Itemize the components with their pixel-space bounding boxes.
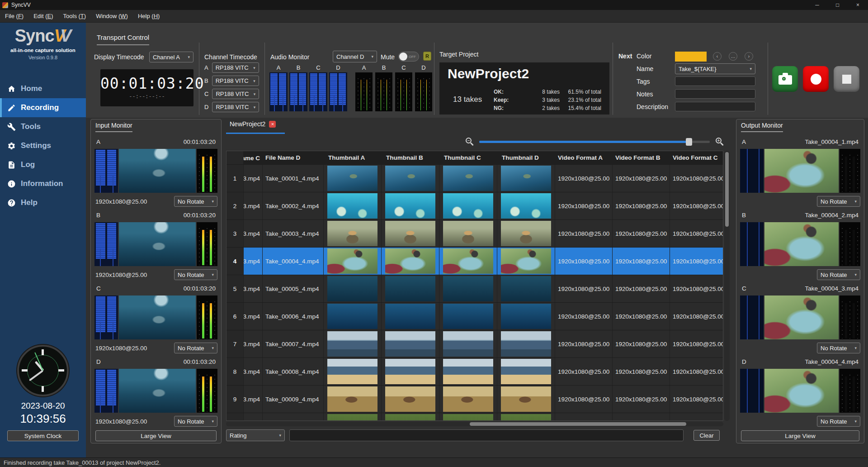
cell-thumbnail-b xyxy=(382,330,439,357)
record-button[interactable] xyxy=(803,66,829,92)
cell-file-name-c: Take_00007_3.mp4 xyxy=(244,330,263,357)
timecode-source-select-a[interactable]: RP188 VITC▾ xyxy=(212,62,259,73)
monitor-media-row xyxy=(740,369,860,413)
rotate-select[interactable]: No Rotate▾ xyxy=(817,196,860,207)
thumbnail xyxy=(385,248,435,274)
table-row[interactable]: 6Take_00006_3.mp4Take_00006_4.mp41920x10… xyxy=(226,303,723,330)
zoom-out-icon[interactable]: – xyxy=(466,138,472,143)
channel-timecode-row-d: DRP188 VITC▾ xyxy=(204,102,259,112)
stop-button[interactable] xyxy=(834,66,859,92)
clear-filter-button[interactable]: Clear xyxy=(693,430,720,441)
notes-field[interactable] xyxy=(675,89,755,99)
cell-thumbnail-a xyxy=(324,165,382,192)
rotate-select[interactable]: No Rotate▾ xyxy=(817,343,860,353)
tab-input-monitor[interactable]: Input Monitor xyxy=(95,122,132,132)
tab-transport-control[interactable]: Transport Control xyxy=(97,33,149,45)
channel-letter: B xyxy=(289,64,307,71)
timecode-source-select-c[interactable]: RP188 VITC▾ xyxy=(212,89,259,99)
input-large-view-button[interactable]: Large View xyxy=(95,430,217,441)
status-bar: Finished recording take Take_00013 of pr… xyxy=(0,457,868,467)
record-arm-button[interactable]: R xyxy=(423,52,431,61)
sidebar-item-information[interactable]: Information xyxy=(0,174,86,193)
table-row[interactable]: 1Take_00001_3.mp4Take_00001_4.mp41920x10… xyxy=(226,165,723,192)
table-row[interactable]: 4Take_00004_3.mp4Take_00004_4.mp41920x10… xyxy=(226,248,723,275)
maximize-button[interactable]: □ xyxy=(827,0,848,10)
cell-file-name-d: Take_00006_4.mp4 xyxy=(263,303,324,330)
zoom-in-icon[interactable]: + xyxy=(716,138,722,143)
table-row[interactable]: 9Take_00009_3.mp4Take_00009_4.mp41920x10… xyxy=(226,386,723,413)
cell-thumbnail-b xyxy=(382,192,439,219)
cell-video-format-c: 1920x1080@25.00 xyxy=(670,330,723,357)
menu-item-help[interactable]: Help (H) xyxy=(133,10,165,23)
thumbnail xyxy=(327,386,377,412)
cell-thumbnail-c xyxy=(439,358,497,385)
thumbnail xyxy=(501,221,551,246)
table-row[interactable]: 2Take_00002_3.mp4Take_00002_4.mp41920x10… xyxy=(226,192,723,220)
table-row[interactable]: 3Take_00003_3.mp4Take_00003_4.mp41920x10… xyxy=(226,220,723,248)
cell-video-format-a: 1920x1080@25.00 xyxy=(555,192,613,219)
thumbnail xyxy=(385,166,435,191)
zoom-slider-handle[interactable] xyxy=(686,138,692,146)
tags-field[interactable] xyxy=(675,76,755,86)
mute-toggle[interactable]: OFF xyxy=(398,52,419,62)
cell-row-number: 6 xyxy=(226,303,244,330)
menu-item-tools[interactable]: Tools (T) xyxy=(58,10,91,23)
timecode-source-select-d[interactable]: RP188 VITC▾ xyxy=(212,102,259,112)
video-preview xyxy=(119,149,196,193)
thumbnail xyxy=(385,193,435,219)
sidebar-item-tools[interactable]: Tools xyxy=(0,117,86,136)
search-input[interactable] xyxy=(289,429,684,441)
table-row[interactable]: 7Take_00007_3.mp4Take_00007_4.mp41920x10… xyxy=(226,330,723,358)
system-clock-button[interactable]: System Clock xyxy=(7,430,79,441)
project-stat-row: NG:2 takes15.4% of total xyxy=(494,105,605,111)
channel-letter: D xyxy=(96,358,101,365)
sidebar-item-home[interactable]: Home xyxy=(0,79,86,98)
name-label: Name xyxy=(637,65,653,72)
rotate-select[interactable]: No Rotate▾ xyxy=(174,416,217,427)
minimize-button[interactable]: ─ xyxy=(807,0,827,10)
audio-monitor-channel-select[interactable]: Channel D▾ xyxy=(333,51,377,62)
cell-video-format-c: 1920x1080@25.00 xyxy=(670,220,723,247)
close-tab-icon[interactable]: × xyxy=(269,121,276,128)
table-row[interactable] xyxy=(226,413,723,421)
sidebar-item-help[interactable]: Help xyxy=(0,193,86,212)
tab-project[interactable]: NewProject2 × xyxy=(230,120,276,130)
rotate-select[interactable]: No Rotate▾ xyxy=(174,343,217,353)
table-horizontal-scrollbar[interactable] xyxy=(226,422,723,426)
rating-filter-select[interactable]: Rating▾ xyxy=(226,429,285,441)
level-meter-d xyxy=(415,72,432,111)
output-large-view-button[interactable]: Large View xyxy=(741,430,859,441)
rotate-select[interactable]: No Rotate▾ xyxy=(817,416,860,427)
cell-thumbnail-c xyxy=(439,248,497,275)
table-row[interactable]: 5Take_00005_3.mp4Take_00005_4.mp41920x10… xyxy=(226,275,723,303)
rotate-select[interactable]: No Rotate▾ xyxy=(817,269,860,280)
table-vertical-scrollbar[interactable] xyxy=(724,151,730,421)
monitor-level-meter xyxy=(840,222,860,266)
sidebar-item-recording[interactable]: Recording xyxy=(0,98,86,117)
thumbnail-zoom-slider[interactable] xyxy=(479,141,710,143)
timecode-source-select-b[interactable]: RP188 VITC▾ xyxy=(212,76,259,86)
color-swatch[interactable] xyxy=(675,52,707,62)
sidebar-item-log[interactable]: Log xyxy=(0,155,86,174)
close-button[interactable]: × xyxy=(848,0,868,10)
cell-thumbnail-b xyxy=(382,165,439,192)
sidebar-item-settings[interactable]: Settings xyxy=(0,136,86,155)
menu-item-edit[interactable]: Edit (E) xyxy=(28,10,58,23)
rotate-select[interactable]: No Rotate▾ xyxy=(174,196,217,207)
table-row[interactable]: 8Take_00008_3.mp4Take_00008_4.mp41920x10… xyxy=(226,358,723,386)
channel-timecode-row-b: BRP188 VITC▾ xyxy=(204,76,259,86)
project-name: NewProject2 xyxy=(448,66,609,81)
menu-item-window[interactable]: Window (W) xyxy=(91,10,133,23)
description-field[interactable] xyxy=(675,102,755,111)
menu-item-file[interactable]: File (F) xyxy=(0,10,28,23)
color-next-button[interactable]: › xyxy=(745,52,753,61)
channel-timecode-row-a: ARP188 VITC▾ xyxy=(204,62,259,73)
display-timecode-channel-select[interactable]: Channel A▾ xyxy=(149,52,193,62)
tab-output-monitor[interactable]: Output Monitor xyxy=(741,122,783,132)
color-more-button[interactable]: … xyxy=(729,52,737,61)
take-name-select[interactable]: Take_${TAKE}▾ xyxy=(675,63,755,74)
rotate-select[interactable]: No Rotate▾ xyxy=(174,269,217,280)
cell-thumbnail-a xyxy=(324,248,382,275)
color-prev-button[interactable]: ‹ xyxy=(713,52,722,61)
snapshot-button[interactable] xyxy=(772,66,798,92)
